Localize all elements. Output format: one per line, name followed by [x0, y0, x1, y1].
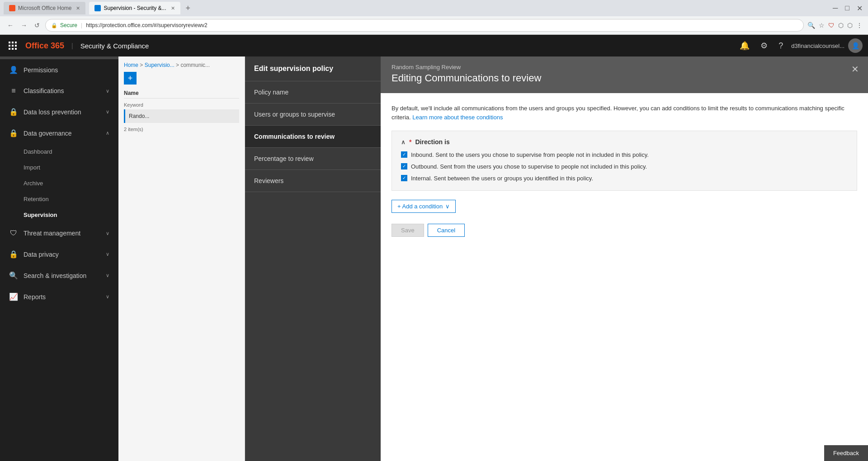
forward-button[interactable]: → [19, 20, 29, 31]
extension2-icon[interactable]: ⬡ [838, 22, 844, 29]
search-chevron-icon: ∨ [106, 273, 109, 278]
back-button[interactable]: ← [5, 20, 15, 31]
app-section-title: Security & Compliance [80, 42, 149, 50]
internal-checkbox[interactable]: ✓ [401, 175, 407, 181]
checkbox-row-internal: ✓ Internal. Sent between the users or gr… [401, 174, 848, 183]
office365-logo: Office 365 [25, 41, 64, 51]
cancel-button[interactable]: Cancel [428, 224, 465, 237]
sidebar-item-search-investigation[interactable]: 🔍 Search & investigation ∨ [0, 265, 118, 286]
feedback-button[interactable]: Feedback [824, 445, 868, 461]
editing-header: Random Sampling Review Editing Communica… [381, 56, 868, 93]
breadcrumb-comms: communic... [180, 62, 210, 68]
browser-addressbar: ← → ↺ 🔒 Secure | https://protection.offi… [0, 16, 868, 34]
action-buttons: Save Cancel [392, 224, 857, 237]
outbound-checkbox[interactable]: ✓ [401, 163, 407, 169]
sidebar-sub-dashboard[interactable]: Dashboard [0, 144, 118, 160]
edit-step-communications-label: Communications to review [254, 133, 335, 140]
reload-button[interactable]: ↺ [33, 20, 42, 31]
add-condition-button[interactable]: + Add a condition ∨ [392, 200, 456, 213]
direction-collapse-icon[interactable]: ∧ [401, 139, 406, 146]
edit-step-reviewers-label: Reviewers [254, 177, 283, 184]
edit-step-reviewers[interactable]: Reviewers [245, 170, 381, 192]
sidebar-sub-import[interactable]: Import [0, 160, 118, 175]
data-governance-chevron-icon: ∧ [106, 130, 109, 136]
list-header-name: Name [124, 90, 239, 99]
sidebar-sub-supervision[interactable]: Supervision [0, 207, 118, 223]
internal-label: Internal. Sent between the users or grou… [411, 174, 593, 183]
browser-chrome: Microsoft Office Home ✕ Supervision - Se… [0, 0, 868, 35]
sidebar-item-data-governance[interactable]: 🔒 Data governance ∧ [0, 122, 118, 144]
sidebar-sub-archive[interactable]: Archive [0, 175, 118, 191]
inbound-checkbox[interactable]: ✓ [401, 151, 407, 158]
edit-panel-title: Edit supervision policy [245, 56, 381, 81]
sidebar-label-reports: Reports [24, 293, 100, 301]
edit-step-policy-name[interactable]: Policy name [245, 81, 381, 103]
help-icon[interactable]: ? [778, 41, 783, 51]
inbound-label: Inbound. Sent to the users you chose to … [411, 151, 649, 159]
waffle-grid-icon [9, 42, 17, 50]
checkbox-row-outbound: ✓ Outbound. Sent from the users you chos… [401, 163, 848, 171]
dlp-icon: 🔒 [9, 108, 18, 116]
tab-supervision[interactable]: Supervision - Security &... ✕ [89, 2, 180, 14]
edit-step-percentage[interactable]: Percentage to review [245, 148, 381, 170]
breadcrumb-home[interactable]: Home [124, 62, 138, 68]
editing-title: Editing Communications to review [392, 72, 857, 84]
direction-header: ∧ * Direction is [401, 138, 848, 146]
direction-label: Direction is [415, 138, 449, 146]
keyword-label: Keyword [124, 102, 239, 108]
search-browser-icon[interactable]: 🔍 [807, 22, 815, 29]
secure-label: Secure [60, 22, 77, 28]
sidebar-item-data-privacy[interactable]: 🔒 Data privacy ∨ [0, 244, 118, 265]
bookmark-icon[interactable]: ☆ [819, 22, 825, 29]
data-governance-icon: 🔒 [9, 129, 18, 137]
data-privacy-chevron-icon: ∨ [106, 251, 109, 257]
learn-more-link[interactable]: Learn more about these conditions [412, 114, 503, 121]
new-tab-button[interactable]: + [186, 4, 191, 13]
notification-icon[interactable]: 🔔 [740, 41, 750, 51]
main-layout: 👤 Permissions ≡ Classifications ∨ 🔒 Data… [0, 56, 868, 461]
edit-step-users-groups-label: Users or groups to supervise [254, 111, 335, 118]
browser-toolbar: 🔍 ☆ 🛡 ⬡ ⬡ ⋮ [807, 22, 863, 29]
tab-office-close-icon[interactable]: ✕ [76, 5, 80, 11]
minimize-button[interactable]: ─ [833, 4, 838, 12]
close-window-button[interactable]: ✕ [857, 4, 863, 13]
threat-management-icon: 🛡 [9, 229, 18, 237]
settings-icon[interactable]: ⚙ [760, 41, 768, 51]
tab-office-home[interactable]: Microsoft Office Home ✕ [4, 2, 85, 14]
close-editing-button[interactable]: ✕ [851, 64, 859, 75]
sidebar-item-classifications[interactable]: ≡ Classifications ∨ [0, 80, 118, 101]
menu-icon[interactable]: ⋮ [856, 22, 863, 29]
editing-description: By default, we'll include all communicat… [392, 104, 857, 122]
sidebar-label-data-governance: Data governance [24, 130, 100, 137]
breadcrumb-supervision[interactable]: Supervisio... [145, 62, 175, 68]
extension3-icon[interactable]: ⬡ [847, 22, 853, 29]
edit-step-communications[interactable]: Communications to review [245, 126, 381, 148]
add-policy-button[interactable]: + [124, 72, 137, 85]
maximize-button[interactable]: □ [845, 4, 849, 12]
editing-body: By default, we'll include all communicat… [381, 93, 868, 248]
sidebar-label-dlp: Data loss prevention [24, 108, 100, 116]
address-bar[interactable]: 🔒 Secure | https://protection.office.com… [45, 19, 804, 32]
sidebar-item-reports[interactable]: 📈 Reports ∨ [0, 286, 118, 307]
user-menu[interactable]: d3financialcounsel... 👤 [791, 38, 863, 53]
secure-icon: 🔒 [51, 23, 57, 28]
inbound-checkmark-icon: ✓ [402, 151, 406, 158]
sidebar-item-data-loss-prevention[interactable]: 🔒 Data loss prevention ∨ [0, 101, 118, 122]
list-row-random[interactable]: Rando... [124, 109, 239, 123]
tab-supervision-close-icon[interactable]: ✕ [171, 5, 175, 11]
user-avatar: 👤 [848, 38, 863, 53]
sidebar-item-threat-management[interactable]: 🛡 Threat management ∨ [0, 223, 118, 244]
extension1-icon[interactable]: 🛡 [828, 22, 835, 29]
threat-chevron-icon: ∨ [106, 230, 109, 236]
waffle-menu-button[interactable] [5, 38, 20, 53]
edit-step-users-groups[interactable]: Users or groups to supervise [245, 103, 381, 126]
list-footer: 2 item(s) [124, 127, 239, 132]
sidebar-item-permissions[interactable]: 👤 Permissions [0, 59, 118, 80]
reports-icon: 📈 [9, 292, 18, 301]
sidebar-sub-retention[interactable]: Retention [0, 191, 118, 207]
checkbox-row-inbound: ✓ Inbound. Sent to the users you chose t… [401, 151, 848, 159]
sidebar-label-classifications: Classifications [24, 87, 100, 94]
classifications-icon: ≡ [9, 87, 18, 95]
header-divider: | [71, 42, 73, 49]
save-button[interactable]: Save [392, 224, 424, 237]
